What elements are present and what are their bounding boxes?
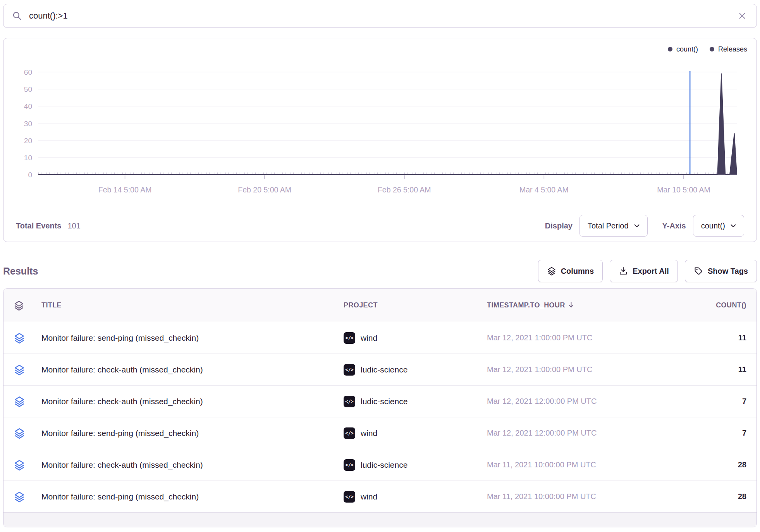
row-title[interactable]: Monitor failure: send-ping (missed_check… <box>41 429 344 438</box>
row-timestamp: Mar 11, 2021 10:00:00 PM UTC <box>487 492 681 501</box>
search-icon <box>12 11 22 21</box>
chevron-down-icon <box>634 224 640 228</box>
row-count: 28 <box>738 492 746 501</box>
stack-header-icon[interactable] <box>14 300 41 311</box>
row-title[interactable]: Monitor failure: send-ping (missed_check… <box>41 492 344 501</box>
row-project: </> ludic-science <box>344 459 487 471</box>
svg-text:30: 30 <box>24 120 32 128</box>
export-all-button[interactable]: Export All <box>610 260 678 282</box>
row-project: </> ludic-science <box>344 396 487 407</box>
row-timestamp: Mar 12, 2021 12:00:00 PM UTC <box>487 429 681 438</box>
svg-text:20: 20 <box>24 137 32 145</box>
table-row[interactable]: Monitor failure: send-ping (missed_check… <box>3 417 757 449</box>
stack-row-icon <box>14 396 41 407</box>
column-header-timestamp[interactable]: TIMESTAMP.TO_HOUR <box>487 301 681 309</box>
export-all-button-label: Export All <box>633 267 669 276</box>
svg-text:Feb 14 5:00 AM: Feb 14 5:00 AM <box>98 185 152 194</box>
display-label: Display <box>545 221 573 230</box>
project-name: ludic-science <box>361 397 408 406</box>
legend-item-count[interactable]: count() <box>668 45 698 53</box>
download-icon <box>619 266 628 276</box>
chart-legend: count() Releases <box>10 42 750 56</box>
table-row[interactable]: Monitor failure: check-auth (missed_chec… <box>3 449 757 481</box>
project-name: ludic-science <box>361 460 408 470</box>
row-timestamp: Mar 12, 2021 12:00:00 PM UTC <box>487 397 681 406</box>
row-count: 11 <box>738 365 746 374</box>
row-title[interactable]: Monitor failure: check-auth (missed_chec… <box>41 397 344 406</box>
project-name: wind <box>361 492 377 501</box>
project-platform-icon: </> <box>344 332 355 344</box>
display-dropdown[interactable]: Total Period <box>579 215 648 237</box>
count-series-dot-icon <box>668 47 672 51</box>
events-area-chart: 0102030405060Feb 14 5:00 AMFeb 20 5:00 A… <box>10 56 749 208</box>
svg-text:Mar 4 5:00 AM: Mar 4 5:00 AM <box>519 185 569 194</box>
table-row[interactable]: Monitor failure: check-auth (missed_chec… <box>3 386 757 417</box>
row-project: </> wind <box>344 491 487 503</box>
y-axis-dropdown[interactable]: count() <box>693 215 744 237</box>
svg-text:Feb 26 5:00 AM: Feb 26 5:00 AM <box>378 185 431 194</box>
row-title[interactable]: Monitor failure: send-ping (missed_check… <box>41 333 344 343</box>
y-axis-dropdown-value: count() <box>701 221 725 230</box>
row-project: </> wind <box>344 427 487 439</box>
legend-releases-label: Releases <box>718 45 747 53</box>
svg-text:40: 40 <box>24 102 32 110</box>
chart-footer: Total Events 101 Display Total Period Y-… <box>10 209 750 242</box>
table-row[interactable]: Monitor failure: send-ping (missed_check… <box>3 481 757 513</box>
row-project: </> ludic-science <box>344 364 487 376</box>
results-header-bar: Results Columns Export All <box>3 260 757 282</box>
stack-row-icon <box>14 364 41 376</box>
legend-item-releases[interactable]: Releases <box>710 45 747 53</box>
svg-text:Mar 10 5:00 AM: Mar 10 5:00 AM <box>657 185 710 194</box>
timestamp-column-label: TIMESTAMP.TO_HOUR <box>487 301 565 309</box>
chevron-down-icon <box>731 224 736 228</box>
y-axis-label: Y-Axis <box>662 221 686 230</box>
svg-text:50: 50 <box>24 85 32 93</box>
show-tags-button[interactable]: Show Tags <box>685 260 757 282</box>
project-platform-icon: </> <box>344 427 355 439</box>
results-title: Results <box>3 266 38 277</box>
show-tags-button-label: Show Tags <box>708 267 748 276</box>
project-name: wind <box>361 333 377 343</box>
columns-button-label: Columns <box>561 267 594 276</box>
svg-text:60: 60 <box>24 68 32 76</box>
project-name: wind <box>361 429 377 438</box>
column-header-count[interactable]: COUNT() <box>716 301 746 309</box>
row-count: 7 <box>742 429 746 438</box>
table-header-row: TITLE PROJECT TIMESTAMP.TO_HOUR COUNT() <box>3 289 757 322</box>
table-row[interactable]: Monitor failure: check-auth (missed_chec… <box>3 354 757 386</box>
stack-row-icon <box>14 427 41 439</box>
table-footer-strip <box>3 512 757 527</box>
results-table: TITLE PROJECT TIMESTAMP.TO_HOUR COUNT() … <box>3 288 757 527</box>
table-body: Monitor failure: send-ping (missed_check… <box>3 322 757 513</box>
svg-text:0: 0 <box>28 171 32 179</box>
close-icon <box>738 12 746 20</box>
column-header-project[interactable]: PROJECT <box>344 301 487 309</box>
clear-search-button[interactable] <box>736 10 748 22</box>
row-count: 28 <box>738 460 746 469</box>
column-header-title[interactable]: TITLE <box>41 301 344 309</box>
svg-text:10: 10 <box>24 154 32 162</box>
sort-desc-icon <box>567 301 575 309</box>
display-dropdown-value: Total Period <box>588 221 629 230</box>
search-input[interactable] <box>28 10 730 21</box>
project-platform-icon: </> <box>344 459 355 471</box>
row-count: 11 <box>738 333 746 342</box>
table-row[interactable]: Monitor failure: send-ping (missed_check… <box>3 322 757 354</box>
columns-button[interactable]: Columns <box>538 260 603 282</box>
layers-icon <box>547 266 556 276</box>
total-events-value: 101 <box>67 221 80 230</box>
project-platform-icon: </> <box>344 396 355 407</box>
legend-count-label: count() <box>676 45 698 53</box>
tag-icon <box>694 266 703 276</box>
row-title[interactable]: Monitor failure: check-auth (missed_chec… <box>41 365 344 374</box>
project-name: ludic-science <box>361 365 408 374</box>
row-project: </> wind <box>344 332 487 344</box>
project-platform-icon: </> <box>344 491 355 503</box>
row-title[interactable]: Monitor failure: check-auth (missed_chec… <box>41 460 344 470</box>
events-chart-panel: count() Releases 0102030405060Feb 14 5:0… <box>3 38 757 242</box>
stack-row-icon <box>14 459 41 471</box>
stack-row-icon <box>14 491 41 503</box>
row-timestamp: Mar 12, 2021 1:00:00 PM UTC <box>487 365 681 374</box>
stack-row-icon <box>14 332 41 344</box>
project-platform-icon: </> <box>344 364 355 376</box>
